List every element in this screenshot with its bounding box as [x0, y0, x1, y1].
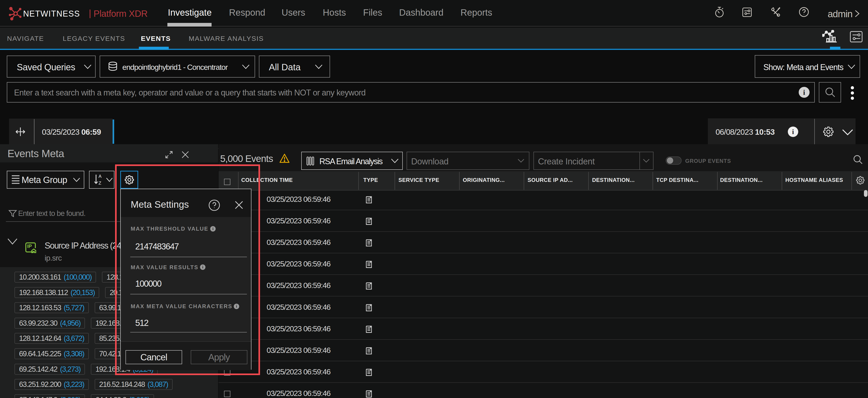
- svg-text:A: A: [98, 174, 102, 179]
- svg-text:IP: IP: [27, 243, 32, 249]
- svg-text:Z: Z: [98, 180, 101, 186]
